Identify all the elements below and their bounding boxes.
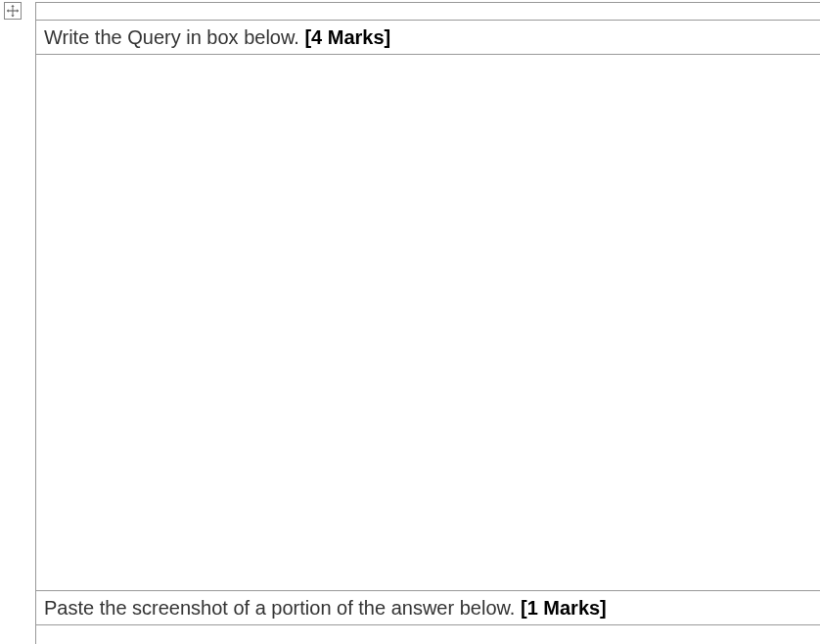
screenshot-marks-label: [1 Marks] xyxy=(521,597,607,619)
screenshot-answer-box[interactable] xyxy=(35,624,820,644)
document-table: Write the Query in box below. [4 Marks] … xyxy=(35,2,820,644)
screenshot-instruction-row: Paste the screenshot of a portion of the… xyxy=(35,590,820,624)
query-answer-box[interactable] xyxy=(35,54,820,590)
table-empty-header-row xyxy=(35,2,820,20)
move-handle-icon[interactable] xyxy=(4,2,22,20)
screenshot-instruction-text: Paste the screenshot of a portion of the… xyxy=(44,597,521,619)
query-marks-label: [4 Marks] xyxy=(304,26,390,48)
query-instruction-row: Write the Query in box below. [4 Marks] xyxy=(35,20,820,54)
move-arrows-icon xyxy=(6,4,20,18)
query-instruction-text: Write the Query in box below. xyxy=(44,26,304,48)
